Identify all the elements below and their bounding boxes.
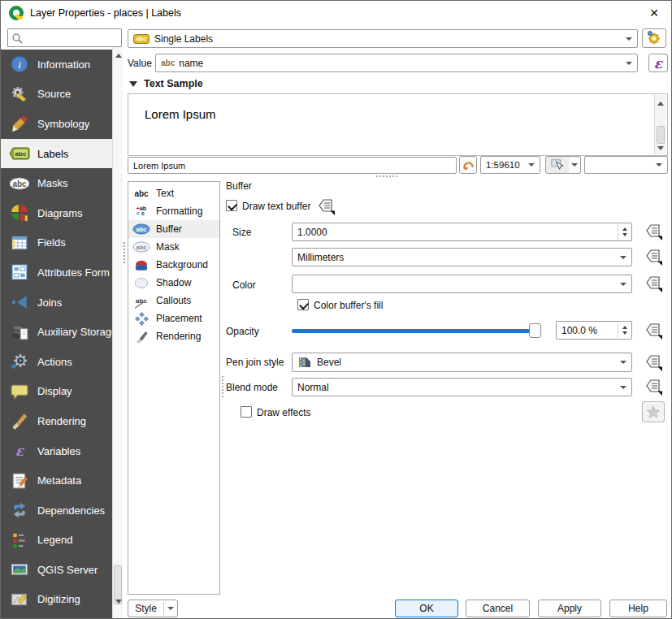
chevron-down-icon <box>652 158 666 172</box>
scale-combo[interactable]: 1:59610 <box>480 156 540 174</box>
sidebar-item-qgis-server[interactable]: QGIS Server <box>1 555 112 585</box>
sidebar-scrollbar[interactable] <box>112 47 123 619</box>
apply-button[interactable]: Apply <box>538 600 601 617</box>
pen-join-style-combo[interactable]: Bevel <box>292 353 632 372</box>
text-sample-title: Text Sample <box>144 78 203 89</box>
sidebar-item-label: Information <box>37 58 90 71</box>
data-defined-override-icon[interactable] <box>314 197 337 216</box>
effects-options-button[interactable] <box>642 401 665 422</box>
value-field-combo[interactable]: abc name <box>155 54 638 72</box>
data-defined-override-icon[interactable] <box>642 274 665 293</box>
tab-callouts[interactable]: abc Callouts <box>128 292 219 310</box>
cancel-button[interactable]: Cancel <box>466 600 530 617</box>
label-mode-combo[interactable]: abc Single Labels <box>128 29 638 48</box>
style-button[interactable]: Style <box>128 600 178 617</box>
color-buffers-fill-checkbox[interactable] <box>297 299 309 310</box>
ok-button[interactable]: OK <box>395 600 458 617</box>
sidebar-item-symbology[interactable]: Symbology <box>1 109 112 139</box>
background-tab-icon <box>132 258 151 272</box>
map-settings-dropdown[interactable] <box>569 156 581 174</box>
expression-builder-button[interactable]: ε <box>648 54 668 72</box>
bevel-join-icon <box>297 356 312 369</box>
buffer-color-button[interactable] <box>292 275 632 293</box>
sidebar-item-metadata[interactable]: Metadata <box>1 465 112 496</box>
sidebar-item-labels[interactable]: abc Labels <box>1 139 112 169</box>
data-defined-override-icon[interactable] <box>642 321 665 340</box>
tab-placement[interactable]: Placement <box>128 310 219 327</box>
sidebar-item-diagrams[interactable]: Diagrams <box>1 198 112 228</box>
rendering-icon <box>9 411 30 431</box>
sidebar-item-digitizing[interactable]: Digitizing <box>1 585 112 615</box>
sidebar-item-3d-view[interactable]: 3D View <box>1 614 112 619</box>
chevron-down-icon <box>616 379 631 395</box>
spin-arrows-icon[interactable] <box>618 224 631 240</box>
tab-mask[interactable]: abc Mask <box>128 238 219 256</box>
opacity-slider-handle[interactable] <box>529 323 541 338</box>
blend-mode-combo[interactable]: Normal <box>292 378 632 396</box>
legend-icon <box>9 530 30 550</box>
sample-scrollbar[interactable] <box>654 95 666 154</box>
sidebar-item-masks[interactable]: abc Masks <box>1 168 112 198</box>
data-defined-override-icon[interactable] <box>642 377 665 396</box>
sidebar-item-information[interactable]: i Information <box>1 50 112 80</box>
tab-text[interactable]: abc Text <box>128 184 219 202</box>
scroll-up-icon[interactable] <box>655 97 666 108</box>
svg-text:i: i <box>18 58 21 71</box>
map-settings-button[interactable] <box>545 156 570 174</box>
chevron-down-icon <box>616 276 631 292</box>
blend-mode-label: Blend mode <box>226 382 278 393</box>
data-defined-override-icon[interactable] <box>642 247 665 266</box>
splitter-handle[interactable] <box>376 175 397 178</box>
sidebar-item-dependencies[interactable]: Dependencies <box>1 496 112 526</box>
pen-join-style-label: Pen join style <box>226 357 284 368</box>
sidebar-item-label: Auxiliary Storage <box>37 326 112 338</box>
reset-sample-button[interactable] <box>459 156 477 174</box>
sample-text-input[interactable]: Lorem Ipsum <box>128 157 457 174</box>
sidebar-item-label: Labels <box>37 148 68 160</box>
sidebar-item-fields[interactable]: Fields <box>1 228 112 258</box>
variables-icon: ε <box>9 441 30 461</box>
sidebar-item-actions[interactable]: Actions <box>1 347 112 377</box>
sidebar-item-auxiliary-storage[interactable]: Auxiliary Storage <box>1 317 112 347</box>
buffer-unit-combo[interactable]: Millimeters <box>292 248 632 266</box>
data-defined-override-icon[interactable] <box>642 222 665 241</box>
draw-text-buffer-label: Draw text buffer <box>242 201 310 212</box>
display-icon <box>9 382 30 401</box>
scroll-down-icon[interactable] <box>113 595 124 605</box>
opacity-spinbox[interactable]: 100.0 % <box>556 321 632 340</box>
buffer-size-spinbox[interactable]: 1.0000 <box>292 223 632 241</box>
tab-background[interactable]: Background <box>128 256 219 274</box>
splitter-handle[interactable] <box>124 242 126 263</box>
search-input[interactable] <box>26 30 119 45</box>
actions-icon <box>9 352 30 371</box>
sidebar-item-joins[interactable]: Joins <box>1 288 112 318</box>
sidebar-item-variables[interactable]: ε Variables <box>1 436 112 466</box>
tab-shadow[interactable]: Shadow <box>128 274 219 292</box>
automated-placement-button[interactable] <box>642 28 666 48</box>
value-label: Value <box>128 58 152 69</box>
scroll-down-icon[interactable] <box>655 141 666 153</box>
preview-background-combo[interactable] <box>584 156 668 174</box>
tab-buffer[interactable]: abc Buffer <box>128 220 219 238</box>
scroll-up-icon[interactable] <box>113 49 124 59</box>
sample-text: Lorem Ipsum <box>145 107 216 121</box>
data-defined-override-icon[interactable] <box>642 353 665 372</box>
draw-effects-checkbox[interactable] <box>241 406 252 418</box>
sidebar-item-label: Rendering <box>37 415 86 427</box>
sidebar-item-rendering[interactable]: Rendering <box>1 406 112 436</box>
tab-formatting[interactable]: +ab< c Formatting <box>128 202 219 220</box>
splitter-handle[interactable] <box>222 376 224 397</box>
collapse-triangle-icon <box>129 81 137 87</box>
symbology-icon <box>9 114 30 133</box>
opacity-slider[interactable] <box>292 329 540 333</box>
sidebar-item-attributes-form[interactable]: Attributes Form <box>1 258 112 288</box>
text-sample-header[interactable]: Text Sample <box>129 78 203 89</box>
sidebar-item-legend[interactable]: Legend <box>1 526 112 556</box>
draw-text-buffer-checkbox[interactable] <box>226 200 237 211</box>
help-button[interactable]: Help <box>609 600 667 617</box>
spin-arrows-icon[interactable] <box>618 322 631 338</box>
sidebar-item-display[interactable]: Display <box>1 377 112 407</box>
sidebar-item-source[interactable]: Source <box>1 80 112 110</box>
close-icon[interactable]: × <box>645 4 663 22</box>
tab-rendering[interactable]: Rendering <box>128 327 219 345</box>
